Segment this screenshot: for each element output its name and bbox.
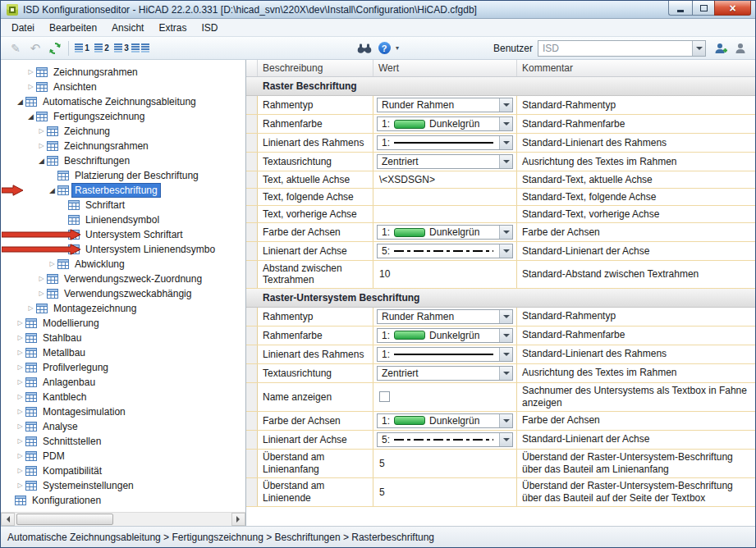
tree-item[interactable]: ▷Profilverlegung [1,360,245,375]
value-text-field[interactable]: \<XSDSGN> [377,174,435,185]
expand-icon[interactable]: ▷ [16,335,25,341]
value-dropdown[interactable]: 1:Dunkelgrün [377,225,513,240]
expand-icon[interactable]: ▷ [16,468,25,474]
value-dropdown[interactable]: 1: [377,135,513,150]
dropdown-arrow[interactable] [499,329,512,342]
tree-item[interactable]: ▷Verwendungszweckabhängig [1,286,245,301]
dropdown-arrow[interactable] [499,226,512,239]
tree-item[interactable]: ▷Abwicklung [1,257,245,272]
menu-item-extras[interactable]: Extras [151,20,194,36]
expand-icon[interactable]: ▷ [26,305,35,312]
value-dropdown[interactable]: 1: [377,347,513,362]
expand-icon[interactable]: ▷ [37,276,46,282]
tree-item[interactable]: ▷Modellierung [1,316,245,331]
expand-icon[interactable]: ▷ [16,438,25,445]
value-dropdown[interactable]: 5: [377,244,513,258]
expand-icon[interactable]: ▷ [16,453,25,459]
tree-item[interactable]: ◢Rasterbeschriftung [1,183,245,198]
dropdown-arrow[interactable] [499,414,512,427]
value-dropdown[interactable]: Zentriert [377,366,513,381]
tree-item[interactable]: Untersystem Linienendsymbo [1,242,245,257]
maximize-button[interactable] [692,1,714,16]
tree-item[interactable]: Konfigurationen [1,493,245,508]
search-button[interactable] [355,39,374,57]
expand-icon[interactable]: ▷ [16,364,25,371]
column-header-wert[interactable]: Wert [373,60,517,76]
dropdown-arrow[interactable] [499,310,512,323]
dropdown-arrow[interactable] [499,98,512,112]
scrollbar-track[interactable] [15,513,231,526]
tree-item[interactable]: ▷Analyse [1,419,245,434]
edit-button[interactable]: ✎ [6,39,25,57]
expand-icon[interactable]: ▷ [16,379,25,386]
menu-item-isd[interactable]: ISD [194,20,225,36]
help-button[interactable]: ? [374,39,394,57]
expand-level-2-button[interactable]: 2 [92,39,112,57]
tree-item[interactable]: ▷Anlagenbau [1,375,245,390]
tree-item[interactable]: Linienendsymbol [1,212,245,227]
refresh-button[interactable] [45,39,65,57]
value-text-field[interactable]: 5 [377,486,385,498]
expand-icon[interactable]: ▷ [37,290,46,297]
expand-icon[interactable]: ▷ [16,320,25,327]
value-dropdown[interactable]: Runder Rahmen [377,309,513,324]
collapse-icon[interactable]: ◢ [48,187,57,194]
tree-item[interactable]: Platzierung der Beschriftung [1,168,245,183]
expand-icon[interactable]: ▷ [16,482,25,489]
value-dropdown[interactable]: Zentriert [377,154,513,169]
dropdown-arrow[interactable] [499,244,512,258]
value-dropdown[interactable]: 1:Dunkelgrün [377,413,513,428]
tree-item[interactable]: ◢Automatische Zeichnungsableitung [1,94,245,109]
expand-icon[interactable]: ▷ [48,261,57,267]
undo-button[interactable]: ↶ [25,39,45,57]
minimize-button[interactable] [668,1,692,16]
dropdown-arrow[interactable] [499,155,512,168]
menu-item-datei[interactable]: Datei [4,20,42,36]
tree-item[interactable]: ▷Montagezeichnung [1,301,245,316]
menu-item-bearbeiten[interactable]: Bearbeiten [42,20,104,36]
tree-item[interactable]: ▷Kompatibilität [1,464,245,478]
tree-item[interactable]: ▷Systemeinstellungen [1,478,245,493]
checkbox[interactable] [379,391,390,402]
help-dropdown-icon[interactable]: ▾ [396,44,399,52]
value-text-field[interactable]: 10 [377,268,390,280]
tree-item[interactable]: ▷Verwendungszweck-Zuordnung [1,272,245,286]
scroll-right-button[interactable] [231,513,245,526]
tree-item[interactable]: ◢Fertigungszeichnung [1,109,245,124]
expand-icon[interactable]: ▷ [37,128,46,135]
tree-item[interactable]: ▷Montagesimulation [1,404,245,419]
dropdown-arrow[interactable] [499,136,512,149]
dropdown-arrow[interactable] [499,367,512,380]
value-text-field[interactable]: 5 [377,458,385,469]
dropdown-arrow[interactable] [692,41,705,56]
tree-item[interactable]: ▷Kantblech [1,390,245,404]
expand-level-1-button[interactable]: 1 [72,39,92,57]
column-header-kommentar[interactable]: Kommentar [517,60,755,76]
collapse-icon[interactable]: ◢ [16,98,25,106]
tree-item[interactable]: ▷Ansichten [1,80,245,94]
tree-item[interactable]: ▷Schnittstellen [1,434,245,449]
expand-icon[interactable]: ▷ [26,84,35,90]
tree-item[interactable]: ▷Metallbau [1,345,245,360]
tree-item[interactable]: ▷Stahlbau [1,331,245,345]
tree-horizontal-scrollbar[interactable] [1,512,245,526]
dropdown-arrow[interactable] [499,433,512,446]
scroll-left-button[interactable] [1,513,15,526]
expand-level-3-button[interactable]: 3 [112,39,131,57]
tree-item[interactable]: ◢Beschriftungen [1,153,245,168]
expand-icon[interactable]: ▷ [37,143,46,149]
tree-item[interactable]: ▷Zeichnungsrahmen [1,65,245,80]
collapse-icon[interactable]: ◢ [37,158,46,165]
tree-item[interactable]: ▷Zeichnung [1,124,245,139]
dropdown-arrow[interactable] [499,348,512,361]
value-dropdown[interactable]: Runder Rahmen [377,98,513,112]
expand-icon[interactable]: ▷ [16,423,25,430]
close-button[interactable]: × [714,1,751,16]
value-dropdown[interactable]: 1:Dunkelgrün [377,116,513,131]
value-dropdown[interactable]: 5: [377,432,513,447]
expand-icon[interactable]: ▷ [16,349,25,356]
value-dropdown[interactable]: 1:Dunkelgrün [377,328,513,343]
user-manage-button[interactable] [731,39,750,57]
user-add-button[interactable] [711,39,731,57]
tree-item[interactable]: Schriftart [1,198,245,212]
